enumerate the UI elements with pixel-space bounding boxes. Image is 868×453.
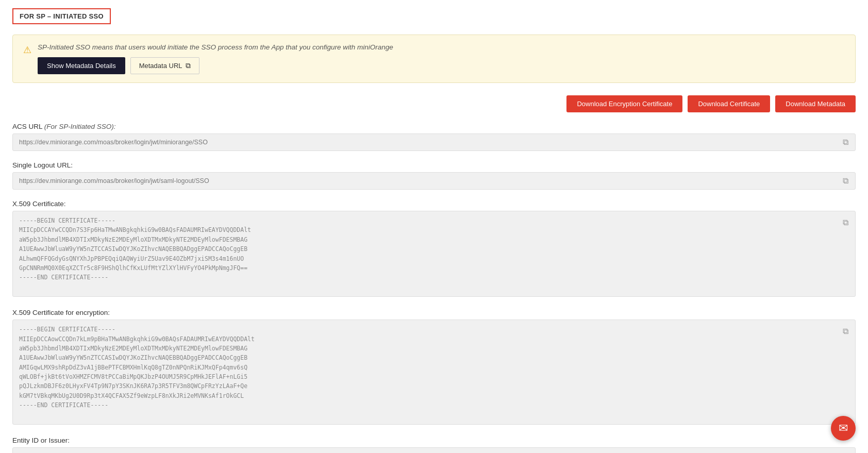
x509-encryption-certificate-textarea[interactable]: -----BEGIN CERTIFICATE----- MIIEpDCCAowC… xyxy=(12,320,856,425)
x509-certificate-textarea[interactable]: -----BEGIN CERTIFICATE----- MIICpDCCAYwC… xyxy=(12,211,856,297)
metadata-url-button[interactable]: Metadata URL ⧉ xyxy=(130,57,199,74)
acs-url-input-row: ⧉ xyxy=(12,133,856,151)
x509-encryption-certificate-copy-button[interactable]: ⧉ xyxy=(841,325,850,338)
x509-certificate-copy-button[interactable]: ⧉ xyxy=(841,216,850,229)
warning-icon: ⚠ xyxy=(23,44,31,56)
chat-icon: ✉ xyxy=(839,422,848,435)
x509-encryption-certificate-label: X.509 Certificate for encryption: xyxy=(12,309,856,316)
single-logout-url-input[interactable] xyxy=(12,172,856,190)
entity-id-section: Entity ID or Issuer: ⧉ xyxy=(12,437,856,453)
entity-id-input-row: ⧉ xyxy=(12,447,856,453)
entity-id-input[interactable] xyxy=(12,447,856,453)
x509-certificate-section: X.509 Certificate: -----BEGIN CERTIFICAT… xyxy=(12,200,856,298)
acs-url-section: ACS URL (For SP-Initiated SSO): ⧉ xyxy=(12,123,856,151)
x509-certificate-label: X.509 Certificate: xyxy=(12,200,856,208)
entity-id-label: Entity ID or Issuer: xyxy=(12,437,856,444)
sp-initiated-sso-tab[interactable]: FOR SP – INITIATED SSO xyxy=(12,8,111,24)
single-logout-url-section: Single Logout URL: ⧉ xyxy=(12,161,856,190)
acs-url-input[interactable] xyxy=(12,133,856,151)
info-banner-content: SP-Initiated SSO means that users would … xyxy=(38,43,393,74)
download-certificate-button[interactable]: Download Certificate xyxy=(688,95,770,112)
info-banner-buttons: Show Metadata Details Metadata URL ⧉ xyxy=(38,57,393,74)
x509-encryption-certificate-section: X.509 Certificate for encryption: -----B… xyxy=(12,309,856,426)
x509-certificate-wrapper: -----BEGIN CERTIFICATE----- MIICpDCCAYwC… xyxy=(12,211,856,298)
single-logout-url-label: Single Logout URL: xyxy=(12,161,856,169)
show-metadata-details-button[interactable]: Show Metadata Details xyxy=(38,57,125,74)
single-logout-url-input-row: ⧉ xyxy=(12,172,856,190)
download-encryption-certificate-button[interactable]: Download Encryption Certificate xyxy=(566,95,682,112)
external-link-icon: ⧉ xyxy=(186,61,191,70)
download-metadata-button[interactable]: Download Metadata xyxy=(775,95,856,112)
acs-url-label: ACS URL (For SP-Initiated SSO): xyxy=(12,123,856,130)
chat-bubble-button[interactable]: ✉ xyxy=(831,416,856,441)
entity-id-copy-button[interactable]: ⧉ xyxy=(841,449,850,453)
acs-url-copy-button[interactable]: ⧉ xyxy=(841,136,850,149)
action-buttons-row: Download Encryption Certificate Download… xyxy=(12,95,856,112)
x509-encryption-certificate-wrapper: -----BEGIN CERTIFICATE----- MIIEpDCCAowC… xyxy=(12,320,856,426)
info-banner: ⚠ SP-Initiated SSO means that users woul… xyxy=(12,35,856,83)
metadata-url-label: Metadata URL xyxy=(139,62,182,70)
single-logout-url-copy-button[interactable]: ⧉ xyxy=(841,174,850,188)
info-banner-text: SP-Initiated SSO means that users would … xyxy=(38,43,393,51)
